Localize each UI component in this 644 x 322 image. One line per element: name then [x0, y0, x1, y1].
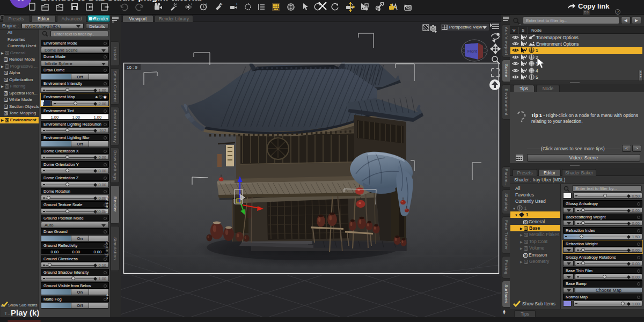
svg-text:16 : 9: 16 : 9	[127, 65, 138, 70]
svg-text:+: +	[175, 2, 178, 5]
svg-text:+: +	[191, 2, 193, 5]
svg-text:+: +	[206, 2, 208, 5]
svg-text:Front: Front	[467, 49, 477, 54]
svg-text:+: +	[221, 3, 223, 6]
svg-text:+: +	[236, 2, 238, 6]
